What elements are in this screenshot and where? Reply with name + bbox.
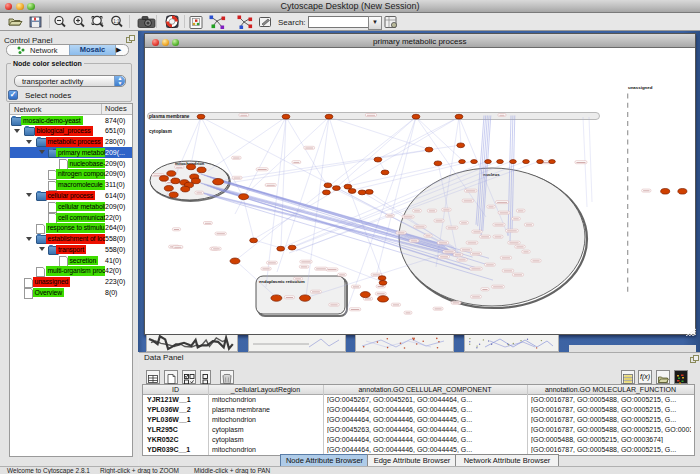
svg-text:1:1: 1:1 [113,19,120,24]
svg-text:unassigned: unassigned [628,84,653,89]
svg-text:plasma membrane: plasma membrane [149,114,190,119]
svg-text:cytoplasm: cytoplasm [149,128,172,133]
